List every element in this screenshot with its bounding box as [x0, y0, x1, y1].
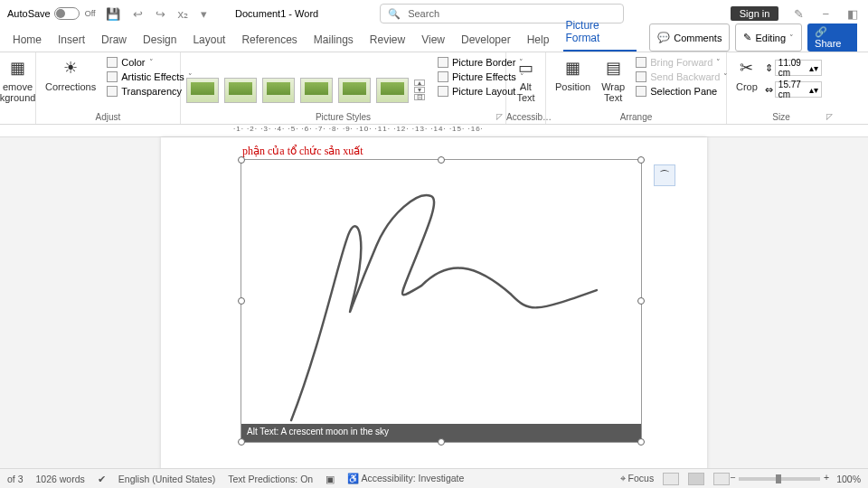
crop-icon: ✂: [740, 58, 753, 80]
corrections-icon: ☀: [63, 58, 78, 80]
tab-developer[interactable]: Developer: [459, 30, 513, 52]
bring-forward-button[interactable]: Bring Forward: [632, 56, 731, 69]
save-icon[interactable]: 💾: [103, 7, 123, 21]
restore-icon[interactable]: ◧: [844, 7, 861, 21]
crop-label: Crop: [736, 81, 758, 92]
share-label: Share: [815, 38, 841, 49]
corrections-label: Corrections: [45, 81, 96, 92]
print-layout-button[interactable]: [688, 473, 704, 485]
spellcheck-icon[interactable]: ✔: [98, 474, 106, 484]
resize-handle[interactable]: [637, 297, 645, 305]
style-thumb[interactable]: [186, 78, 219, 103]
signin-button[interactable]: Sign in: [731, 6, 779, 21]
styles-launcher-icon[interactable]: ◸: [496, 112, 503, 121]
resize-handle[interactable]: [438, 438, 445, 446]
gallery-more[interactable]: ▴▾⊟: [414, 80, 425, 100]
tab-help[interactable]: Help: [525, 30, 552, 52]
style-thumb[interactable]: [338, 78, 371, 103]
pen-icon[interactable]: ✎: [791, 7, 807, 21]
tab-mailings[interactable]: Mailings: [312, 30, 355, 52]
height-icon: ⇕: [765, 62, 773, 74]
language-indicator[interactable]: English (United States): [118, 474, 215, 484]
tab-insert[interactable]: Insert: [56, 30, 87, 52]
tab-references[interactable]: References: [240, 30, 298, 52]
accessibility-label: Accessibility: Investigate: [362, 473, 465, 483]
search-placeholder: Search: [408, 8, 439, 19]
height-input[interactable]: 11.09 cm▴▾: [775, 60, 822, 76]
resize-handle[interactable]: [637, 438, 645, 446]
toggle-switch-icon[interactable]: [54, 7, 80, 20]
backward-icon: [636, 71, 646, 82]
minimize-icon[interactable]: −: [819, 7, 832, 21]
tab-view[interactable]: View: [420, 30, 447, 52]
subscript-icon[interactable]: x₂: [175, 7, 192, 21]
text-predictions[interactable]: Text Predictions: On: [228, 474, 313, 484]
spinner-icon[interactable]: ▴▾: [809, 63, 818, 73]
redo-icon[interactable]: ↪: [153, 7, 168, 21]
accessibility-status[interactable]: ♿ Accessibility: Investigate: [347, 473, 464, 484]
resize-handle[interactable]: [438, 156, 445, 164]
transparency-label: Transparency: [121, 86, 182, 97]
width-input[interactable]: 15.77 cm▴▾: [775, 81, 822, 98]
slider-thumb[interactable]: [776, 474, 781, 483]
document-area[interactable]: phận của tổ chức sản xuất Alt Text: A cr…: [0, 137, 868, 470]
resize-handle[interactable]: [637, 156, 645, 164]
tab-design[interactable]: Design: [141, 30, 178, 52]
resize-handle[interactable]: [238, 297, 245, 305]
read-mode-button[interactable]: [663, 473, 679, 485]
autosave-toggle[interactable]: AutoSave Off: [7, 7, 96, 20]
artistic-label: Artistic Effects: [121, 71, 184, 82]
group-arrange: ▦Position ▤Wrap Text Bring Forward Send …: [546, 52, 727, 124]
arrange-group-label: Arrange: [546, 112, 726, 122]
style-thumb[interactable]: [300, 78, 333, 103]
autosave-state: Off: [85, 9, 96, 18]
send-backward-button[interactable]: Send Backward: [632, 70, 731, 83]
group-picture-styles: ▴▾⊟ Picture Border Picture Effects Pictu…: [181, 52, 506, 124]
horizontal-ruler[interactable]: ·1· ·2· ·3· ·4· ·5· ·6· ·7· ·8· ·9· ·10·…: [0, 125, 868, 137]
autosave-label: AutoSave: [7, 8, 51, 19]
style-thumb[interactable]: [224, 78, 257, 103]
macro-icon[interactable]: ▣: [326, 474, 335, 484]
group-accessibility: ▭Alt Text Accessib…: [506, 52, 546, 124]
web-layout-button[interactable]: [713, 473, 730, 485]
qat-more-icon[interactable]: ▾: [198, 7, 210, 21]
alt-text-button[interactable]: ▭Alt Text: [512, 56, 540, 105]
tab-picture-format[interactable]: Picture Format: [563, 15, 637, 52]
page-indicator[interactable]: of 3: [7, 474, 24, 484]
style-thumb[interactable]: [376, 78, 409, 103]
share-button[interactable]: 🔗 Share: [807, 23, 857, 52]
remove-bg-label: emove kground: [0, 81, 35, 103]
layout-options-button[interactable]: ⌒: [654, 164, 675, 186]
remove-background-button[interactable]: ▦emove kground: [5, 56, 30, 105]
spinner-icon[interactable]: ▴▾: [809, 85, 818, 95]
selected-picture[interactable]: Alt Text: A crescent moon in the sky: [241, 159, 642, 443]
comments-button[interactable]: 💬 Comments: [649, 23, 730, 52]
size-launcher-icon[interactable]: ◸: [826, 112, 833, 121]
tab-home[interactable]: Home: [11, 30, 43, 52]
group-removebg: ▦emove kground: [0, 52, 36, 124]
backward-label: Send Backward: [650, 71, 720, 82]
remove-bg-icon: ▦: [10, 58, 25, 80]
tab-review[interactable]: Review: [368, 30, 407, 52]
zoom-slider[interactable]: [739, 477, 820, 481]
focus-button[interactable]: ⌖ Focus: [620, 473, 655, 484]
layout-icon: [438, 86, 448, 97]
color-label: Color: [121, 57, 145, 68]
zoom-level[interactable]: 100%: [836, 474, 861, 484]
editing-button[interactable]: ✎ Editing: [735, 23, 802, 52]
styles-group-label: Picture Styles: [181, 112, 505, 122]
forward-label: Bring Forward: [650, 57, 712, 68]
undo-icon[interactable]: ↩: [130, 7, 146, 21]
height-value: 11.09 cm: [778, 58, 809, 78]
style-thumb[interactable]: [262, 78, 295, 103]
group-adjust: ☀Corrections Color Artistic Effects Tran…: [36, 52, 181, 124]
artistic-icon: [107, 71, 118, 82]
border-icon: [438, 57, 448, 68]
tab-layout[interactable]: Layout: [191, 30, 227, 52]
selection-pane-button[interactable]: Selection Pane: [632, 85, 731, 98]
tab-draw[interactable]: Draw: [99, 30, 128, 52]
page[interactable]: phận của tổ chức sản xuất Alt Text: A cr…: [161, 137, 707, 470]
resize-handle[interactable]: [238, 438, 245, 446]
word-count[interactable]: 1026 words: [36, 474, 85, 484]
resize-handle[interactable]: [238, 156, 245, 164]
